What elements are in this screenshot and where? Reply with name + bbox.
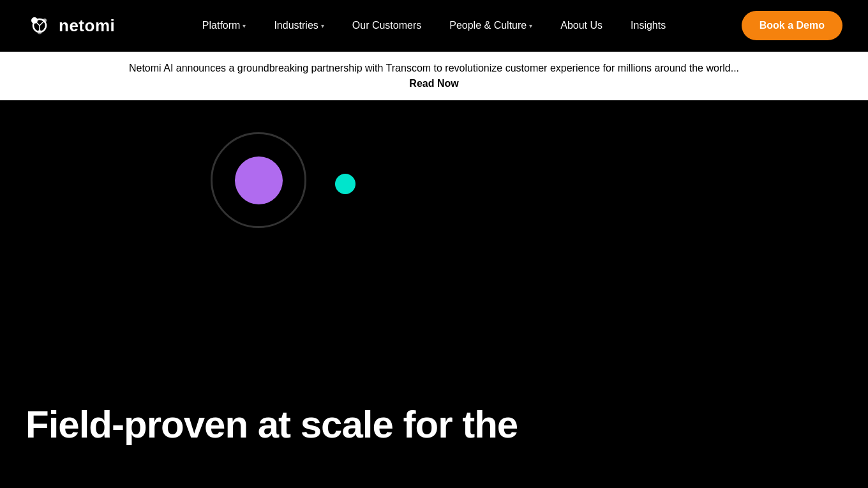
nav-item-platform[interactable]: Platform ▾ xyxy=(191,15,258,36)
announcement-text: Netomi AI announces a groundbreaking par… xyxy=(129,63,739,73)
announcement-banner: Netomi AI announces a groundbreaking par… xyxy=(0,52,868,100)
nav-item-people-culture[interactable]: People & Culture ▾ xyxy=(438,15,544,36)
hero-title: Field-proven at scale for the xyxy=(26,404,518,446)
cyan-dot-circle xyxy=(335,174,355,194)
outer-ring-circle xyxy=(211,132,306,228)
svg-line-5 xyxy=(40,20,45,26)
logo-wordmark: netomi xyxy=(59,16,115,36)
announcement-read-now-link[interactable]: Read Now xyxy=(13,76,855,91)
logo-container[interactable]: netomi xyxy=(26,11,115,40)
purple-circle xyxy=(235,156,283,204)
navbar: netomi Platform ▾ Industries ▾ Our Custo… xyxy=(0,0,868,52)
navbar-right: Book a Demo xyxy=(742,11,842,40)
nav-item-our-customers[interactable]: Our Customers xyxy=(341,15,433,36)
netomi-logo-icon xyxy=(26,11,54,40)
nav-item-about-us[interactable]: About Us xyxy=(549,15,614,36)
nav-item-industries[interactable]: Industries ▾ xyxy=(262,15,335,36)
chevron-down-icon: ▾ xyxy=(243,22,246,29)
book-demo-button[interactable]: Book a Demo xyxy=(742,11,842,40)
chevron-down-icon: ▾ xyxy=(321,22,324,29)
nav-item-insights[interactable]: Insights xyxy=(619,15,677,36)
decorative-circles xyxy=(211,132,402,260)
navbar-center: Platform ▾ Industries ▾ Our Customers Pe… xyxy=(191,15,677,36)
hero-section: Field-proven at scale for the xyxy=(0,100,868,488)
chevron-down-icon: ▾ xyxy=(529,22,532,29)
navbar-left: netomi xyxy=(26,11,115,40)
hero-content: Field-proven at scale for the xyxy=(0,404,518,446)
